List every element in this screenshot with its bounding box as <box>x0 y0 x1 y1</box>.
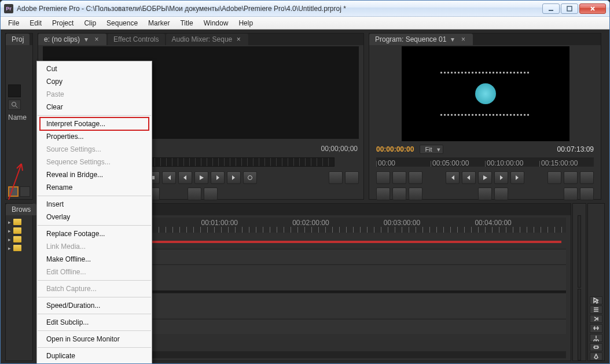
menu-item-replace-footage[interactable]: Replace Footage... <box>37 227 152 240</box>
menu-clip[interactable]: Clip <box>79 17 101 29</box>
titlebar[interactable]: Pr Adobe Premiere Pro - C:\Пользователи\… <box>1 1 609 17</box>
safe-margins-button[interactable] <box>564 171 578 184</box>
selection-tool[interactable] <box>590 296 602 304</box>
slip-tool[interactable] <box>590 343 602 351</box>
close-icon[interactable]: × <box>93 35 101 43</box>
close-icon[interactable]: × <box>459 35 467 43</box>
folder-item[interactable]: ▸ <box>8 218 30 226</box>
list-view-button[interactable] <box>8 186 19 197</box>
menu-item-cut[interactable]: Cut <box>37 62 152 75</box>
menu-item-duplicate[interactable]: Duplicate <box>37 350 152 362</box>
close-button[interactable] <box>579 3 606 14</box>
output-button[interactable] <box>204 187 218 200</box>
output-button[interactable] <box>580 171 594 184</box>
lift-button[interactable] <box>329 171 343 184</box>
menu-marker[interactable]: Marker <box>143 17 175 29</box>
program-tab[interactable]: Program: Sequence 01▾× <box>369 34 473 45</box>
program-timecode-duration: 00:07:13:09 <box>557 145 594 153</box>
mark-out-button[interactable] <box>392 171 406 184</box>
extract-button[interactable] <box>494 187 508 200</box>
go-to-out-button[interactable] <box>510 171 524 184</box>
ripple-edit-tool[interactable] <box>590 315 602 323</box>
timeline-ruler[interactable]: :00:00 00:01:00:00 00:02:00:00 00:03:00:… <box>110 218 566 233</box>
export-frame-button[interactable] <box>564 187 578 200</box>
trim-button[interactable] <box>580 187 594 200</box>
track-select-tool[interactable] <box>590 306 602 314</box>
menu-item-edit-subclip[interactable]: Edit Subclip... <box>37 316 152 329</box>
step-back-button[interactable] <box>462 171 476 184</box>
project-tab[interactable]: Proj <box>6 34 30 45</box>
set-marker-button[interactable] <box>409 171 422 184</box>
mark-in-button[interactable] <box>376 171 390 184</box>
razor-tool[interactable] <box>590 334 602 342</box>
menu-item-open-in-source-monitor[interactable]: Open in Source Monitor <box>37 333 152 345</box>
menu-separator <box>38 297 151 297</box>
timeline-scrollbar[interactable] <box>110 351 566 358</box>
loop-button[interactable] <box>547 171 561 184</box>
go-to-prev-marker-button[interactable] <box>376 187 390 200</box>
maximize-button[interactable] <box>561 3 578 14</box>
safe-margins-button[interactable] <box>188 187 201 200</box>
program-video-area[interactable] <box>402 46 569 141</box>
step-forward-button[interactable] <box>211 171 225 184</box>
program-ruler[interactable]: 00:00 00:05:00:00 00:10:00:00 00:15:00:0… <box>376 157 594 167</box>
go-to-in-button[interactable] <box>162 171 176 184</box>
menu-item-clear[interactable]: Clear <box>37 101 152 113</box>
menu-item-insert[interactable]: Insert <box>37 198 152 211</box>
pen-tool[interactable] <box>590 352 602 361</box>
program-timecode-current[interactable]: 00:00:00:00 <box>376 145 414 153</box>
chevron-down-icon[interactable]: ▾ <box>82 35 90 43</box>
menubar: File Edit Project Clip Sequence Marker T… <box>1 17 609 30</box>
go-to-in-button[interactable] <box>446 171 460 184</box>
folder-icon <box>13 245 21 251</box>
menu-sequence[interactable]: Sequence <box>101 17 143 29</box>
folder-item[interactable]: ▸ <box>8 235 30 244</box>
lift-button[interactable] <box>478 187 492 200</box>
menu-project[interactable]: Project <box>47 17 79 29</box>
minimize-button[interactable] <box>542 3 560 14</box>
menu-item-source-settings: Source Settings... <box>37 143 152 156</box>
rate-stretch-tool[interactable] <box>590 324 602 332</box>
menu-title[interactable]: Title <box>175 17 198 29</box>
play-around-button[interactable] <box>409 187 422 200</box>
svg-point-2 <box>12 102 16 106</box>
effect-controls-tab[interactable]: Effect Controls <box>108 34 164 45</box>
menu-item-batch-capture: Batch Capture... <box>37 282 152 295</box>
play-button[interactable] <box>478 171 492 184</box>
close-icon[interactable]: × <box>234 35 242 43</box>
menu-item-speed-duration[interactable]: Speed/Duration... <box>37 299 152 312</box>
menu-item-interpret-footage[interactable]: Interpret Footage... <box>39 117 149 131</box>
step-forward-button[interactable] <box>494 171 508 184</box>
media-thumbnail[interactable] <box>8 84 21 97</box>
menu-edit[interactable]: Edit <box>24 17 47 29</box>
menu-item-reveal-in-bridge[interactable]: Reveal in Bridge... <box>37 168 152 181</box>
menu-item-copy[interactable]: Copy <box>37 75 152 88</box>
chevron-down-icon[interactable]: ▾ <box>449 35 457 43</box>
menu-item-make-offline[interactable]: Make Offline... <box>37 253 152 266</box>
source-tab[interactable]: e: (no clips)▾× <box>38 34 106 45</box>
menu-window[interactable]: Window <box>199 17 234 29</box>
name-column-header[interactable]: Name <box>8 113 30 122</box>
audio-mixer-tab[interactable]: Audio Mixer: Seque× <box>166 34 249 45</box>
go-to-out-button[interactable] <box>227 171 241 184</box>
browser-tab[interactable]: Brows <box>6 204 36 215</box>
search-icon[interactable] <box>8 100 21 110</box>
menu-item-overlay[interactable]: Overlay <box>37 211 152 223</box>
menu-item-rename[interactable]: Rename <box>37 181 152 194</box>
zoom-select[interactable]: Fit <box>420 145 443 154</box>
play-button[interactable] <box>194 171 208 184</box>
menu-item-edit-offline: Edit Offline... <box>37 266 152 278</box>
media-browser-panel: Brows ▸ ▸ ▸ ▸ <box>5 203 33 361</box>
menu-item-properties[interactable]: Properties... <box>37 130 152 143</box>
menu-help[interactable]: Help <box>233 17 258 29</box>
extract-button[interactable] <box>345 171 359 184</box>
menu-file[interactable]: File <box>3 17 24 29</box>
folder-item[interactable]: ▸ <box>8 244 30 252</box>
audio-meter-left <box>578 215 581 288</box>
go-to-next-marker-button[interactable] <box>392 187 406 200</box>
step-back-button[interactable] <box>178 171 192 184</box>
folder-item[interactable]: ▸ <box>8 226 30 235</box>
menu-separator <box>38 314 151 314</box>
icon-view-button[interactable] <box>20 186 30 197</box>
loop-button[interactable] <box>243 171 257 184</box>
